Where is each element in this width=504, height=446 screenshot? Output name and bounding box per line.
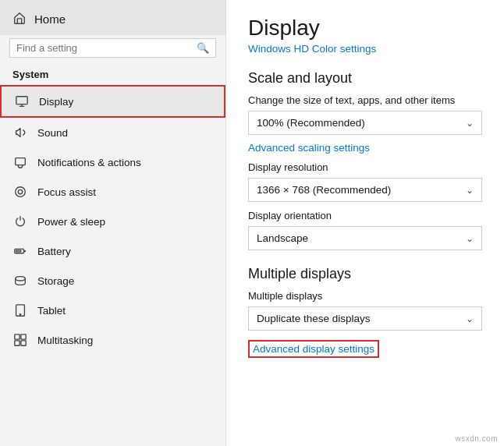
orientation-value: Landscape [257,232,308,244]
scale-section-title: Scale and layout [248,70,482,87]
sidebar-section-title: System [0,65,225,85]
multiple-label: Multiple displays [248,290,482,302]
monitor-icon [14,94,30,109]
home-label: Home [34,12,66,26]
orientation-dropdown[interactable]: Landscape ⌄ [248,226,482,250]
advanced-scaling-link[interactable]: Advanced scaling settings [248,142,370,154]
chevron-down-icon: ⌄ [466,185,474,196]
search-input[interactable] [16,42,197,54]
multiple-dropdown[interactable]: Duplicate these displays ⌄ [248,306,482,331]
home-icon [12,11,27,27]
storage-icon [12,273,28,288]
tablet-icon [12,303,28,318]
sidebar-item-label: Tablet [37,305,66,317]
power-icon [12,214,28,229]
watermark: wsxdn.com [455,434,498,443]
sidebar-item-label: Storage [37,275,74,287]
sidebar-item-notifications[interactable]: Notifications & actions [0,147,225,177]
sidebar-item-label: Focus assist [37,186,96,198]
scale-label: Change the size of text, apps, and other… [248,94,482,106]
resolution-value: 1366 × 768 (Recommended) [257,184,391,196]
svg-rect-12 [21,341,26,345]
sidebar-item-label: Battery [37,246,71,257]
resolution-dropdown[interactable]: 1366 × 768 (Recommended) ⌄ [248,178,482,202]
sound-icon [12,125,28,140]
scale-dropdown[interactable]: 100% (Recommended) ⌄ [248,111,482,135]
focus-icon [12,184,28,200]
sidebar-item-focus[interactable]: Focus assist [0,177,225,207]
chevron-down-icon: ⌄ [466,233,474,244]
svg-rect-10 [21,334,26,339]
multiple-section-title: Multiple displays [248,266,482,282]
svg-point-6 [16,277,26,281]
sidebar-item-sound[interactable]: Sound [0,118,225,147]
svg-rect-1 [16,158,26,165]
sidebar-item-battery[interactable]: Battery [0,236,225,266]
sidebar-item-label: Sound [37,127,68,139]
svg-rect-9 [15,334,20,339]
svg-point-8 [20,314,20,315]
hd-color-link[interactable]: Windows HD Color settings [248,43,376,55]
svg-rect-11 [15,341,20,345]
page-title: Display [248,16,482,41]
svg-rect-0 [16,97,27,104]
sidebar-item-label: Notifications & actions [37,157,141,168]
battery-icon [12,243,28,259]
sidebar-item-power[interactable]: Power & sleep [0,207,225,236]
sidebar-item-storage[interactable]: Storage [0,266,225,296]
multiple-value: Duplicate these displays [257,313,371,324]
notification-icon [12,154,28,170]
scale-value: 100% (Recommended) [257,117,365,129]
sidebar-item-label: Power & sleep [37,216,105,228]
search-icon: 🔍 [197,42,209,54]
svg-rect-5 [16,250,21,252]
main-content: Display Windows HD Color settings Scale … [226,0,504,446]
sidebar-item-display[interactable]: Display [0,85,225,118]
svg-point-3 [18,189,22,193]
sidebar: Home 🔍 System Display Sound Notification… [0,0,226,446]
svg-point-2 [16,187,26,197]
multitasking-icon [12,332,28,348]
sidebar-home[interactable]: Home [0,0,225,35]
resolution-label: Display resolution [248,161,482,173]
search-box[interactable]: 🔍 [9,38,216,58]
orientation-label: Display orientation [248,210,482,221]
chevron-down-icon: ⌄ [466,118,474,129]
sidebar-item-label: Multitasking [37,334,93,346]
sidebar-item-multitasking[interactable]: Multitasking [0,325,225,355]
sidebar-item-label: Display [39,96,73,108]
advanced-display-link[interactable]: Advanced display settings [248,340,379,358]
chevron-down-icon: ⌄ [466,313,474,324]
sidebar-item-tablet[interactable]: Tablet [0,296,225,325]
